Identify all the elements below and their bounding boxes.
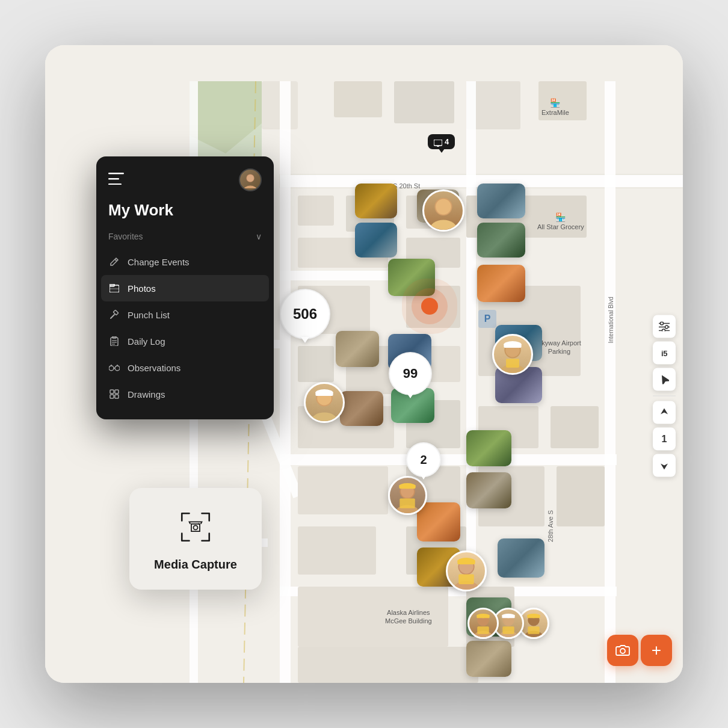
svg-marker-96 [659,375,669,384]
binoculars-icon [108,362,120,374]
photo-thumbnail-8[interactable] [336,331,379,367]
svg-rect-12 [280,454,617,465]
sidebar-item-punch-list[interactable]: Punch List [96,301,274,328]
sidebar-item-drawings[interactable]: Drawings [96,381,274,407]
sidebar-item-observations-label: Observations [128,363,180,373]
svg-rect-20 [298,196,334,226]
photo-thumbnail-4[interactable] [477,184,525,218]
person-avatar-5[interactable] [446,551,487,591]
sidebar-menu-icon[interactable] [108,173,124,187]
person-avatar-1[interactable] [422,190,464,232]
svg-rect-4 [334,81,382,117]
svg-point-91 [661,322,664,325]
sidebar-favorites-section[interactable]: Favorites ∨ [96,232,274,248]
camera-button[interactable] [607,635,638,666]
sidebar-item-change-events[interactable]: Change Events [96,248,274,275]
avatar[interactable] [239,168,262,191]
photo-thumbnail-15[interactable] [466,472,511,508]
pencil-icon [108,256,120,268]
location-extramile: 🏪 ExtraMile [541,98,569,116]
svg-rect-61 [506,359,519,368]
svg-line-106 [115,259,117,261]
location-dot [421,298,438,315]
photo-thumbnail-18[interactable] [498,538,544,578]
svg-point-99 [620,649,625,653]
svg-rect-101 [108,178,119,180]
svg-rect-83 [502,626,514,634]
person-avatar-group[interactable] [467,608,549,639]
svg-marker-97 [661,409,668,415]
svg-rect-55 [315,392,333,396]
svg-point-52 [311,412,338,421]
photo-thumbnail-6[interactable] [388,259,435,296]
svg-rect-27 [298,346,334,382]
svg-rect-102 [108,184,122,185]
photo-thumbnail-5[interactable] [477,223,525,258]
svg-rect-66 [399,485,415,489]
svg-rect-73 [458,574,474,584]
photo-icon [108,282,120,294]
person-avatar-2[interactable] [304,382,345,423]
svg-rect-111 [111,338,118,346]
svg-rect-10 [280,271,400,280]
sidebar-section-label: Favorites [108,232,143,241]
sidebar-item-observations[interactable]: Observations [96,354,274,381]
svg-point-117 [115,366,120,371]
road-label-intl: International Blvd [608,297,614,343]
photo-thumbnail-1[interactable] [355,184,397,218]
svg-rect-36 [298,466,388,514]
sidebar-title: My Work [96,201,274,232]
svg-text:P: P [484,313,491,324]
cluster-506[interactable]: 506 [280,289,330,339]
sidebar-item-daily-log-label: Daily Log [128,336,165,347]
svg-rect-67 [399,498,415,508]
media-capture-card[interactable]: Media Capture [129,488,262,590]
add-button[interactable]: + [641,635,672,666]
location-button[interactable] [653,368,676,391]
svg-rect-60 [504,344,521,348]
person-avatar-4[interactable] [388,476,427,515]
svg-point-105 [247,174,254,182]
zoom-label-button[interactable]: i5 [653,342,676,365]
svg-point-125 [194,525,198,529]
cluster-99[interactable]: 99 [389,352,432,395]
cluster-2[interactable]: 2 [406,442,441,477]
location-allstar: 🏪 All Star Grocery [537,212,584,230]
location-alaska: Alaska AirlinesMcGee Building [385,608,432,626]
photo-thumbnail-20[interactable] [466,641,511,677]
svg-point-126 [198,523,200,525]
svg-rect-72 [457,560,475,564]
svg-rect-5 [394,81,454,123]
sidebar-header [96,168,274,201]
svg-point-50 [436,199,451,215]
sidebar-item-photos-label: Photos [128,283,156,294]
sidebar-item-photos[interactable]: Photos [101,275,269,301]
svg-rect-87 [527,615,540,618]
svg-point-95 [662,329,665,332]
svg-point-116 [109,366,114,371]
svg-rect-41 [557,466,605,526]
photo-thumbnail-2[interactable] [355,223,397,258]
location-skyway: Skyway AirportParking [537,339,581,356]
svg-rect-78 [477,626,489,634]
arrow-down-button[interactable] [653,454,676,477]
chevron-down-icon: ∨ [256,232,262,241]
arrow-up-button[interactable] [653,401,676,424]
hammer-icon [108,309,120,321]
filter-button[interactable] [653,315,676,338]
photo-thumbnail-7[interactable] [477,265,525,302]
sidebar-item-daily-log[interactable]: Daily Log [96,328,274,354]
photo-thumbnail-10[interactable] [340,391,383,426]
sidebar-item-punch-list-label: Punch List [128,310,170,320]
svg-rect-82 [502,615,514,618]
svg-rect-123 [110,395,114,398]
svg-point-104 [244,186,257,188]
photo-thumbnail-14[interactable] [466,430,511,466]
level-indicator: 1 [653,428,676,451]
sidebar: My Work Favorites ∨ Change Events [96,156,274,419]
svg-rect-88 [528,626,539,634]
svg-point-49 [430,220,457,230]
notification-bubble[interactable]: 4 [428,134,455,149]
grid-icon [108,388,120,400]
person-avatar-3[interactable] [492,334,533,375]
